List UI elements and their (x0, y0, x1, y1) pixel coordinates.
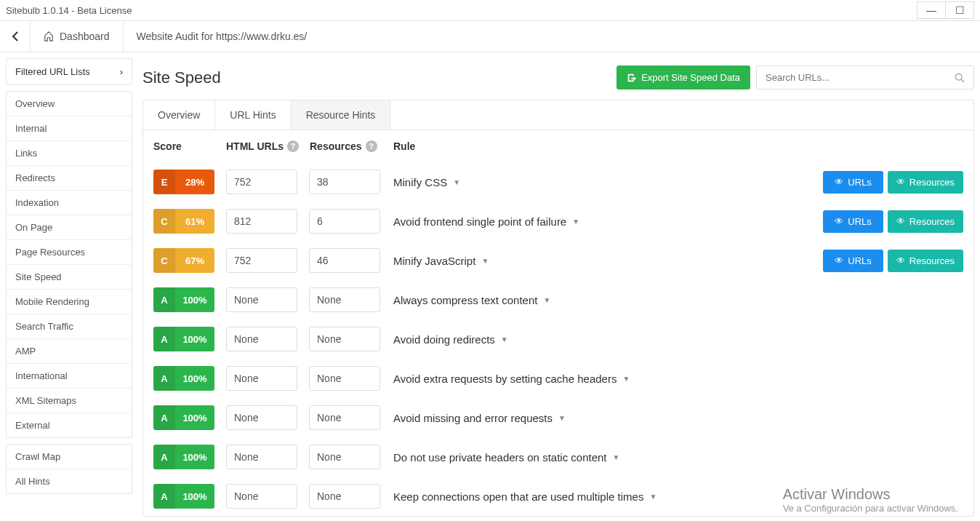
rule-name[interactable]: Minify JavaScript ▼ (380, 255, 823, 267)
resources-value: 46 (309, 248, 380, 273)
sidebar-item-redirects[interactable]: Redirects (7, 165, 132, 190)
home-icon (44, 31, 54, 41)
tab-overview[interactable]: Overview (143, 100, 215, 130)
sidebar-item-links[interactable]: Links (7, 140, 132, 165)
header-rule: Rule (393, 140, 803, 152)
sidebar-item-xml-sitemaps[interactable]: XML Sitemaps (7, 388, 132, 413)
table-header: Score HTML URLs ? Resources ? Rule (143, 130, 973, 162)
score-letter: A (153, 484, 175, 509)
score-badge: A100% (153, 366, 214, 391)
page-title: Site Speed (142, 68, 221, 87)
sidebar-item-external[interactable]: External (7, 413, 132, 437)
score-badge: A100% (153, 287, 214, 312)
urls-button[interactable]: 👁URLs (823, 210, 883, 233)
rule-name[interactable]: Avoid frontend single point of failure ▼ (380, 215, 823, 228)
tab-resource-hints[interactable]: Resource Hints (292, 100, 391, 130)
table-row: A100%NoneNoneKeep connections open that … (143, 477, 973, 516)
filtered-url-lists-label: Filtered URL Lists (15, 66, 90, 77)
score-letter: A (153, 366, 175, 391)
table-row: A100%NoneNoneAvoid extra requests by set… (143, 359, 973, 398)
svg-line-1 (961, 79, 964, 82)
search-box[interactable] (756, 65, 974, 90)
titlebar: Sitebulb 1.0.14 - Beta License — ☐ (0, 0, 980, 20)
rule-name[interactable]: Avoid missing and error requests ▼ (380, 412, 963, 424)
html-urls-value: None (226, 484, 297, 509)
sidebar-item-overview[interactable]: Overview (7, 92, 132, 116)
rule-name[interactable]: Minify CSS ▼ (380, 176, 823, 188)
resources-value: 6 (309, 209, 380, 234)
score-badge: A100% (153, 405, 214, 430)
rule-name[interactable]: Avoid doing redirects ▼ (380, 333, 963, 346)
export-icon (627, 73, 637, 83)
resources-button[interactable]: 👁Resources (888, 171, 963, 194)
html-urls-value: None (226, 287, 297, 312)
eye-icon: 👁 (896, 216, 905, 226)
chevron-down-icon: ▼ (572, 218, 579, 226)
sidebar-item-page-resources[interactable]: Page Resources (7, 239, 132, 264)
sidebar-item-all-hints[interactable]: All Hints (7, 469, 132, 493)
score-letter: C (153, 248, 175, 273)
eye-icon: 👁 (896, 255, 905, 266)
dashboard-link[interactable]: Dashboard (31, 21, 124, 52)
tab-url-hints[interactable]: URL Hints (215, 100, 291, 130)
rule-name[interactable]: Do not use private headers on static con… (380, 451, 963, 464)
sidebar-item-amp[interactable]: AMP (7, 338, 132, 363)
score-badge: E28% (153, 170, 214, 194)
window-controls: — ☐ (917, 1, 974, 19)
score-letter: A (153, 287, 175, 312)
resources-button[interactable]: 👁Resources (888, 250, 963, 272)
resources-button[interactable]: 👁Resources (888, 210, 963, 233)
eye-icon: 👁 (896, 177, 905, 187)
score-letter: A (153, 327, 175, 351)
resources-value: None (309, 445, 380, 469)
sidebar-item-crawl-map[interactable]: Crawl Map (7, 445, 132, 469)
breadcrumb: Website Audit for https://www.drku.es/ (124, 31, 321, 42)
search-input[interactable] (766, 72, 955, 83)
maximize-button[interactable]: ☐ (945, 1, 974, 19)
score-percent: 100% (175, 334, 214, 345)
row-actions: 👁URLs👁Resources (823, 250, 963, 272)
score-percent: 61% (175, 216, 214, 227)
rule-name[interactable]: Always compress text content ▼ (380, 294, 963, 306)
dashboard-label: Dashboard (60, 31, 110, 42)
help-icon[interactable]: ? (287, 140, 299, 152)
table-row: E28%75238Minify CSS ▼👁URLs👁Resources (143, 162, 973, 202)
table-row: A100%NoneNoneAlways compress text conten… (143, 280, 973, 319)
rule-name[interactable]: Avoid extra requests by setting cache he… (380, 373, 963, 385)
sidebar-item-indexation[interactable]: Indexation (7, 190, 132, 215)
urls-button[interactable]: 👁URLs (823, 250, 883, 272)
table-row: C61%8126Avoid frontend single point of f… (143, 202, 973, 241)
row-actions: 👁URLs👁Resources (823, 210, 963, 233)
score-percent: 100% (175, 373, 214, 384)
chevron-down-icon: ▼ (501, 335, 508, 343)
eye-icon: 👁 (835, 177, 843, 187)
filtered-url-lists-header[interactable]: Filtered URL Lists › (7, 59, 132, 84)
sidebar-item-search-traffic[interactable]: Search Traffic (7, 314, 132, 338)
sidebar-item-site-speed[interactable]: Site Speed (7, 264, 132, 289)
resources-value: 38 (309, 170, 380, 194)
rule-name[interactable]: Keep connections open that are used mult… (380, 490, 963, 503)
urls-button[interactable]: 👁URLs (823, 171, 883, 194)
score-letter: A (153, 405, 175, 430)
score-percent: 100% (175, 491, 214, 502)
sidebar-item-internal[interactable]: Internal (7, 116, 132, 140)
export-button[interactable]: Export Site Speed Data (616, 65, 750, 90)
chevron-down-icon: ▼ (622, 375, 630, 383)
header-resources: Resources ? (310, 140, 393, 152)
sidebar-item-mobile-rendering[interactable]: Mobile Rendering (7, 289, 132, 314)
chevron-right-icon: › (120, 66, 123, 77)
back-button[interactable] (0, 21, 31, 52)
resources-value: None (309, 484, 380, 509)
html-urls-value: 812 (226, 209, 297, 234)
chevron-down-icon: ▼ (613, 453, 620, 461)
table-row: A100%NoneNoneAvoid doing redirects ▼ (143, 319, 973, 359)
sidebar-item-on-page[interactable]: On Page (7, 215, 132, 239)
window-title: Sitebulb 1.0.14 - Beta License (6, 5, 132, 16)
sidebar-item-international[interactable]: International (7, 363, 132, 388)
minimize-button[interactable]: — (917, 1, 946, 19)
score-letter: A (153, 445, 175, 469)
chevron-down-icon: ▼ (453, 178, 460, 186)
help-icon[interactable]: ? (366, 140, 377, 152)
resources-value: None (309, 287, 380, 312)
score-badge: A100% (153, 327, 214, 351)
